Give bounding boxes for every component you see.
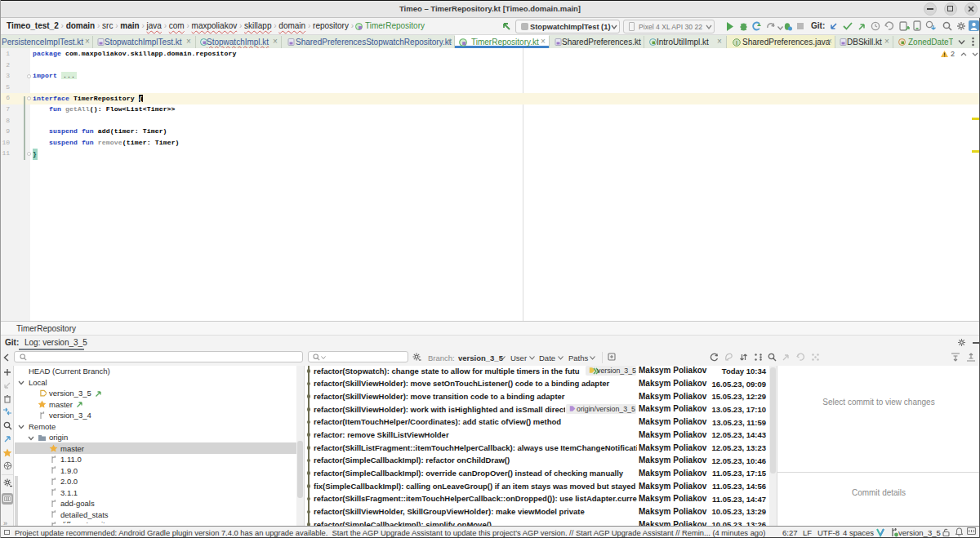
svg-text:I: I [736,40,737,46]
